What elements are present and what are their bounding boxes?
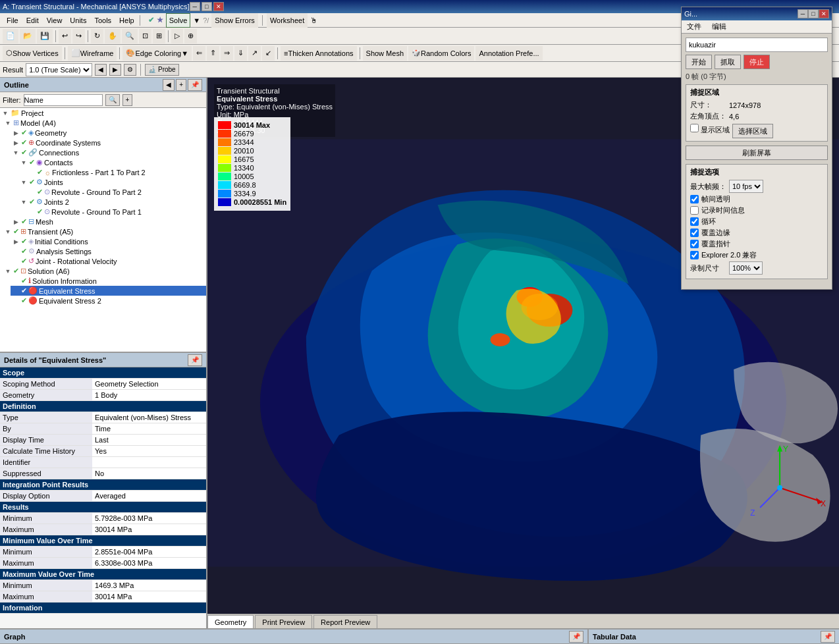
tree-item-joints2[interactable]: ▼ ✔ ⚙ Joints 2 bbox=[18, 197, 206, 207]
gi-refresh-button[interactable]: 刷新屏幕 bbox=[686, 146, 828, 160]
tree-item-project[interactable]: ▼ 📁 Project bbox=[0, 108, 206, 118]
expand-geometry[interactable]: ▶ bbox=[12, 129, 20, 137]
gi-transparent-checkbox[interactable] bbox=[690, 195, 699, 203]
worksheet-button[interactable]: Worksheet bbox=[267, 13, 308, 28]
tree-item-solution[interactable]: ▼ ✔ ⊡ Solution (A6) bbox=[3, 266, 206, 276]
tree-item-joint-vel[interactable]: ▶ ✔ ↺ Joint - Rotational Velocity bbox=[11, 256, 206, 266]
gi-stop-button[interactable]: 停止 bbox=[744, 55, 770, 69]
tree-item-contacts[interactable]: ▼ ✔ ◉ Contacts bbox=[18, 157, 206, 167]
tree-item-joints[interactable]: ▼ ✔ ⚙ Joints bbox=[18, 177, 206, 187]
pan-button[interactable]: ✋ bbox=[105, 29, 121, 43]
expand-project[interactable]: ▼ bbox=[1, 109, 9, 117]
maximize-button[interactable]: □ bbox=[202, 2, 212, 11]
menu-units[interactable]: Units bbox=[66, 15, 90, 26]
tree-item-sol-info[interactable]: ▶ ✔ ℹ Solution Information bbox=[11, 276, 206, 286]
tabular-pin-button[interactable]: 📌 bbox=[821, 631, 835, 643]
solve-button[interactable]: Solve bbox=[166, 13, 191, 28]
menu-edit[interactable]: Edit bbox=[22, 15, 43, 26]
result-next-button[interactable]: ▶ bbox=[109, 64, 121, 76]
tree-item-connections[interactable]: ▼ ✔ 🔗 Connections bbox=[11, 148, 206, 157]
outline-collapse-button[interactable]: ◀ bbox=[163, 79, 175, 91]
close-button[interactable]: ✕ bbox=[213, 2, 224, 11]
gi-cover-pointer-checkbox[interactable] bbox=[690, 240, 699, 248]
result-dropdown[interactable]: 1.0 (True Scale) bbox=[26, 63, 92, 76]
expand-joints2[interactable]: ▼ bbox=[20, 198, 28, 206]
zoom-box-button[interactable]: ⊡ bbox=[139, 29, 151, 43]
gi-fps-select[interactable]: 10 fps 15 fps 30 fps bbox=[729, 180, 763, 193]
menu-help[interactable]: Help bbox=[115, 15, 138, 26]
thicken-button[interactable]: ≡ Thicken Annotations bbox=[281, 46, 357, 61]
show-errors-button[interactable]: Show Errors bbox=[211, 13, 258, 28]
gi-loop-checkbox[interactable] bbox=[690, 217, 699, 226]
outline-pin-button[interactable]: 📌 bbox=[188, 79, 202, 91]
expand-joints[interactable]: ▼ bbox=[20, 178, 28, 186]
expand-model[interactable]: ▼ bbox=[4, 119, 12, 127]
arrow-tool-6[interactable]: ↙ bbox=[262, 46, 275, 61]
filter-input[interactable] bbox=[24, 94, 103, 106]
gi-close-button[interactable]: ✕ bbox=[819, 9, 829, 18]
expand-mesh[interactable]: ▶ bbox=[12, 218, 20, 226]
gi-text-input[interactable] bbox=[686, 38, 828, 52]
gi-menu-file[interactable]: 文件 bbox=[682, 20, 707, 33]
gi-maximize-button[interactable]: □ bbox=[808, 9, 819, 18]
show-vertices-button[interactable]: ⬡ Show Vertices bbox=[3, 46, 62, 61]
expand-initial[interactable]: ▶ bbox=[12, 238, 20, 246]
tree-item-mesh[interactable]: ▶ ✔ ⊟ Mesh bbox=[11, 217, 206, 227]
tree-item-model[interactable]: ▼ ⊞ Model (A4) bbox=[3, 118, 206, 128]
gi-select-area-button[interactable]: 选择区域 bbox=[732, 124, 773, 138]
arrow-tool-3[interactable]: ⇒ bbox=[221, 46, 233, 61]
result-prev-button[interactable]: ◀ bbox=[95, 64, 107, 76]
tree-item-geometry[interactable]: ▶ ✔ ◈ Geometry bbox=[11, 128, 206, 138]
expand-transient[interactable]: ▼ bbox=[4, 228, 12, 236]
new-button[interactable]: 📄 bbox=[3, 29, 18, 43]
random-colors-button[interactable]: 🎲 Random Colors bbox=[408, 46, 474, 61]
gi-record-time-checkbox[interactable] bbox=[690, 206, 699, 215]
arrow-tool-1[interactable]: ⇐ bbox=[193, 46, 205, 61]
expand-coord[interactable]: ▶ bbox=[12, 139, 20, 147]
tree-item-analysis[interactable]: ▶ ✔ ⚙ Analysis Settings bbox=[11, 246, 206, 256]
show-mesh-button[interactable]: Show Mesh bbox=[363, 46, 407, 61]
select-button[interactable]: ▷ bbox=[171, 29, 183, 43]
tab-report-preview[interactable]: Report Preview bbox=[313, 615, 377, 628]
gi-record-size-select[interactable]: 100% 75% 50% bbox=[729, 261, 763, 275]
minimize-button[interactable]: ─ bbox=[190, 2, 200, 11]
window-controls[interactable]: ─ □ ✕ bbox=[190, 2, 224, 11]
tab-print-preview[interactable]: Print Preview bbox=[255, 615, 312, 628]
gi-show-area-checkbox[interactable] bbox=[690, 124, 699, 132]
edge-coloring-button[interactable]: 🎨 Edge Coloring ▼ bbox=[122, 46, 192, 61]
tree-item-revolute1[interactable]: ▶ ✔ ⊙ Revolute - Ground To Part 2 bbox=[26, 187, 206, 197]
tree-item-transient[interactable]: ▼ ✔ ⊞ Transient (A5) bbox=[3, 227, 206, 236]
annotation-prefs-button[interactable]: Annotation Prefe... bbox=[475, 46, 542, 61]
outline-expand-button[interactable]: + bbox=[176, 79, 186, 91]
expand-contacts[interactable]: ▼ bbox=[20, 159, 28, 167]
arrow-tool-2[interactable]: ⇑ bbox=[207, 46, 219, 61]
open-button[interactable]: 📂 bbox=[20, 29, 36, 43]
select-mode-button[interactable]: ⊕ bbox=[184, 29, 197, 43]
zoom-button[interactable]: 🔍 bbox=[122, 29, 138, 43]
tree-item-equiv-stress2[interactable]: ▶ ✔ 🔴 Equivalent Stress 2 bbox=[11, 296, 206, 306]
graph-pin-button[interactable]: 📌 bbox=[569, 631, 583, 643]
redo-button[interactable]: ↪ bbox=[72, 29, 85, 43]
undo-button[interactable]: ↩ bbox=[59, 29, 71, 43]
fit-button[interactable]: ⊞ bbox=[153, 29, 165, 43]
tree-item-revolute2[interactable]: ▶ ✔ ⊙ Revolute - Ground To Part 1 bbox=[26, 207, 206, 217]
result-options-button[interactable]: ⚙ bbox=[124, 64, 136, 76]
menu-view[interactable]: View bbox=[43, 15, 67, 26]
tree-item-initial[interactable]: ▶ ✔ ◈ Initial Conditions bbox=[11, 236, 206, 246]
gi-minimize-button[interactable]: ─ bbox=[798, 9, 808, 18]
gi-explorer-checkbox[interactable] bbox=[690, 251, 699, 259]
rotate-button[interactable]: ↻ bbox=[91, 29, 103, 43]
gi-cover-edge-checkbox[interactable] bbox=[690, 228, 699, 237]
arrow-tool-5[interactable]: ↗ bbox=[248, 46, 261, 61]
tree-item-coord[interactable]: ▶ ✔ ⊕ Coordinate Systems bbox=[11, 138, 206, 148]
filter-add-button[interactable]: + bbox=[122, 94, 133, 106]
wireframe-button[interactable]: ⬜ Wireframe bbox=[68, 46, 117, 61]
save-button[interactable]: 💾 bbox=[37, 29, 53, 43]
menu-tools[interactable]: Tools bbox=[90, 15, 115, 26]
probe-button[interactable]: 🔬 Probe bbox=[145, 64, 178, 76]
gi-start-button[interactable]: 开始 bbox=[686, 55, 712, 69]
expand-connections[interactable]: ▼ bbox=[12, 149, 20, 157]
menu-file[interactable]: File bbox=[3, 15, 22, 26]
filter-search-button[interactable]: 🔍 bbox=[105, 94, 120, 106]
tree-item-equiv-stress[interactable]: ▶ ✔ 🔴 Equivalent Stress bbox=[11, 286, 206, 296]
